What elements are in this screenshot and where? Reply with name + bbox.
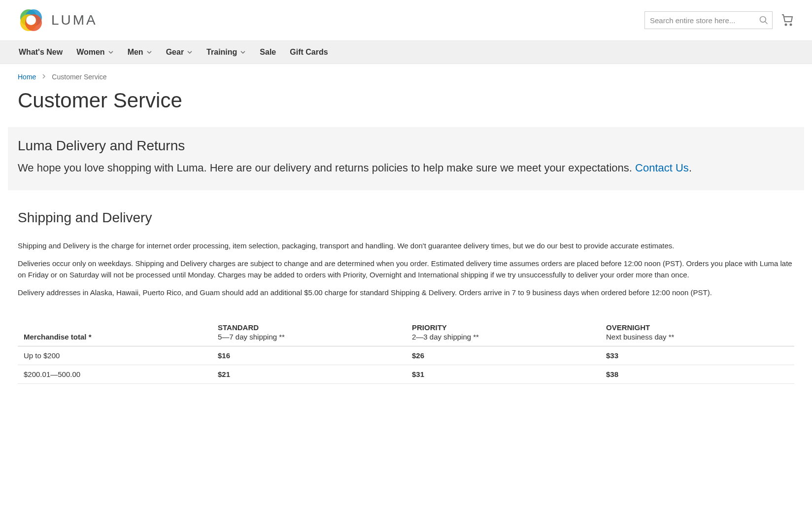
nav-item-gear[interactable]: Gear: [159, 41, 200, 64]
logo-icon: [18, 7, 44, 34]
nav-item-label: What's New: [19, 48, 63, 57]
table-row: $200.01—500.00$21$31$38: [18, 365, 794, 383]
header-right: [644, 11, 794, 29]
chevron-down-icon: [187, 49, 193, 55]
th-standard: STANDARD5—7 day shipping **: [212, 318, 406, 346]
cell-priority: $31: [406, 365, 600, 383]
breadcrumb-home[interactable]: Home: [18, 73, 36, 81]
cell-range: $200.01—500.00: [18, 365, 212, 383]
th-priority: PRIORITY2—3 day shipping **: [406, 318, 600, 346]
logo-text: LUMA: [51, 12, 98, 28]
nav-item-training[interactable]: Training: [200, 41, 253, 64]
chevron-right-icon: [42, 73, 46, 80]
svg-point-8: [790, 24, 792, 26]
nav-item-sale[interactable]: Sale: [253, 41, 283, 64]
intro-box: Luma Delivery and Returns We hope you lo…: [8, 127, 804, 190]
svg-point-4: [26, 15, 36, 25]
cell-priority: $26: [406, 346, 600, 365]
chevron-down-icon: [146, 49, 152, 55]
chevron-down-icon: [240, 49, 246, 55]
table-row: Up to $200$16$26$33: [18, 346, 794, 365]
cell-overnight: $33: [600, 346, 794, 365]
breadcrumb: Home Customer Service: [0, 64, 812, 86]
intro-text-pre: We hope you love shopping with Luma. Her…: [18, 162, 635, 174]
intro-text-post: .: [689, 162, 692, 174]
main-content: Luma Delivery and Returns We hope you lo…: [0, 127, 812, 384]
breadcrumb-current: Customer Service: [52, 73, 106, 81]
svg-point-5: [760, 17, 766, 23]
shipping-table: Merchandise total * STANDARD5—7 day ship…: [18, 318, 794, 384]
shipping-p1: Shipping and Delivery is the charge for …: [8, 240, 804, 252]
th-overnight: OVERNIGHTNext business day **: [600, 318, 794, 346]
search-input[interactable]: [644, 11, 773, 29]
nav-item-men[interactable]: Men: [121, 41, 159, 64]
shipping-p2: Deliveries occur only on weekdays. Shipp…: [8, 258, 804, 280]
search-box: [644, 11, 773, 29]
search-icon[interactable]: [759, 15, 769, 25]
svg-line-6: [765, 22, 768, 24]
cart-icon[interactable]: [781, 14, 794, 27]
intro-text: We hope you love shopping with Luma. Her…: [18, 161, 794, 175]
header: LUMA: [0, 0, 812, 40]
shipping-title: Shipping and Delivery: [8, 210, 804, 226]
shipping-p3: Delivery addresses in Alaska, Hawaii, Pu…: [8, 287, 804, 299]
chevron-down-icon: [108, 49, 114, 55]
cell-range: Up to $200: [18, 346, 212, 365]
contact-us-link[interactable]: Contact Us: [635, 162, 689, 174]
nav-item-label: Training: [206, 48, 237, 57]
nav-item-label: Gift Cards: [290, 48, 328, 57]
main-nav: What's NewWomenMenGearTrainingSaleGift C…: [0, 40, 812, 64]
nav-item-gift-cards[interactable]: Gift Cards: [283, 41, 335, 64]
cell-standard: $16: [212, 346, 406, 365]
nav-item-women[interactable]: Women: [69, 41, 120, 64]
nav-item-label: Sale: [260, 48, 276, 57]
svg-point-7: [785, 24, 787, 26]
th-merchandise: Merchandise total *: [18, 318, 212, 346]
logo[interactable]: LUMA: [18, 7, 98, 34]
nav-item-label: Women: [76, 48, 104, 57]
cell-standard: $21: [212, 365, 406, 383]
table-header-row: Merchandise total * STANDARD5—7 day ship…: [18, 318, 794, 346]
nav-item-label: Men: [128, 48, 143, 57]
cell-overnight: $38: [600, 365, 794, 383]
page-title: Customer Service: [0, 86, 812, 127]
nav-item-label: Gear: [166, 48, 184, 57]
nav-item-what-s-new[interactable]: What's New: [12, 41, 69, 64]
intro-title: Luma Delivery and Returns: [18, 138, 794, 154]
